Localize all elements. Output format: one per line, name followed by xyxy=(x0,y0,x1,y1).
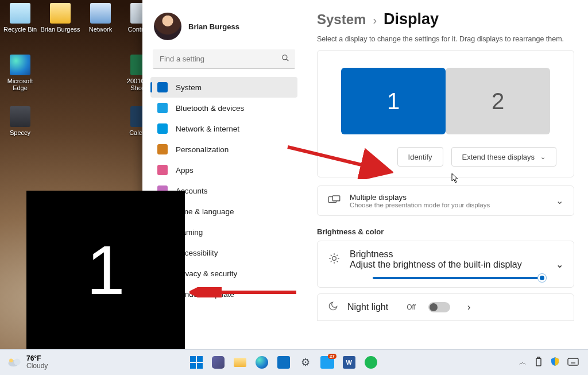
sidebar-item-label: Personalization xyxy=(176,145,229,154)
personalization-icon xyxy=(157,144,168,154)
svg-line-12 xyxy=(337,255,338,256)
tray-security-icon[interactable] xyxy=(551,357,559,368)
profile-name: Brian Burgess xyxy=(188,22,239,31)
desktop-icon-label: Brian Burgess xyxy=(40,26,80,33)
sidebar-item-label: Network & internet xyxy=(176,125,239,133)
bin-icon xyxy=(10,3,30,24)
svg-line-1 xyxy=(287,59,289,61)
taskbar-people-icon[interactable]: 27 xyxy=(319,354,336,371)
desktop-icon-label: Speccy xyxy=(0,129,40,136)
apps-icon xyxy=(157,165,168,175)
desktop-icon-bin[interactable]: Recycle Bin xyxy=(0,3,40,33)
brightness-icon xyxy=(328,253,341,266)
taskbar: 76°F Cloudy ⚙ 27 W ︿ xyxy=(0,349,588,375)
display-subtitle: Select a display to change the settings … xyxy=(317,35,574,43)
taskbar-word-icon[interactable]: W xyxy=(341,354,358,371)
multiple-displays-icon xyxy=(328,195,341,207)
profile-block[interactable]: Brian Burgess xyxy=(150,8,297,49)
taskbar-settings-icon[interactable]: ⚙ xyxy=(297,354,314,371)
monitor-1[interactable]: 1 xyxy=(341,68,446,134)
night-light-card[interactable]: Night light Off › xyxy=(317,293,574,321)
desktop-icon-edge[interactable]: Microsoft Edge xyxy=(0,55,40,91)
search-row xyxy=(153,49,295,69)
sidebar-item-label: System xyxy=(176,83,202,92)
sidebar-item-personalization[interactable]: Personalization xyxy=(150,139,297,160)
chevron-down-icon: ⌄ xyxy=(556,195,563,206)
taskbar-center: ⚙ 27 W xyxy=(48,354,519,371)
svg-rect-19 xyxy=(537,357,540,358)
spec-icon xyxy=(10,106,30,127)
brightness-title: Brightness xyxy=(350,249,547,260)
sidebar-item-bluetooth[interactable]: Bluetooth & devices xyxy=(150,98,297,118)
desktop-icon-net[interactable]: Network xyxy=(80,3,121,33)
desktop-icon-folder[interactable]: Brian Burgess xyxy=(40,3,80,33)
monitors-row: 1 2 xyxy=(318,51,574,147)
people-badge: 27 xyxy=(328,354,336,359)
svg-rect-20 xyxy=(568,358,578,365)
network-icon xyxy=(157,123,168,134)
weather-condition: Cloudy xyxy=(26,362,48,370)
desktop-icon-label: Microsoft Edge xyxy=(0,78,40,91)
brightness-slider-thumb[interactable] xyxy=(538,274,546,282)
breadcrumb-display: Display xyxy=(384,10,439,28)
breadcrumb-system[interactable]: System xyxy=(317,11,366,28)
chevron-down-icon: ⌄ xyxy=(540,153,546,161)
extend-displays-button[interactable]: Extend these displays ⌄ xyxy=(451,147,556,167)
tray-battery-icon[interactable] xyxy=(535,357,543,369)
brightness-slider[interactable] xyxy=(373,277,547,279)
search-input[interactable] xyxy=(153,49,295,69)
breadcrumb: System › Display xyxy=(317,10,574,28)
desktop-icon-spec[interactable]: Speccy xyxy=(0,106,40,136)
monitor-2[interactable]: 2 xyxy=(446,68,550,134)
weather-icon xyxy=(7,356,22,369)
annotation-arrow xyxy=(285,144,393,179)
tray-keyboard-icon[interactable] xyxy=(567,358,579,368)
annotation-arrow xyxy=(189,287,299,297)
svg-point-16 xyxy=(14,359,20,365)
brightness-card[interactable]: Brightness Adjust the brightness of the … xyxy=(317,241,574,288)
identify-overlay: 1 xyxy=(26,191,185,349)
chevron-right-icon: › xyxy=(373,14,377,27)
start-button[interactable] xyxy=(188,354,205,371)
svg-point-4 xyxy=(332,257,336,261)
extend-displays-label: Extend these displays xyxy=(462,153,535,161)
sidebar-item-label: Bluetooth & devices xyxy=(176,104,244,113)
sidebar-item-system[interactable]: System xyxy=(150,77,297,98)
svg-line-9 xyxy=(331,255,331,256)
svg-rect-3 xyxy=(332,195,339,200)
edge-icon xyxy=(10,55,30,75)
sidebar-item-apps[interactable]: Apps xyxy=(150,160,297,180)
identify-number: 1 xyxy=(87,230,125,310)
multiple-displays-card[interactable]: Multiple displays Choose the presentatio… xyxy=(317,185,574,216)
tray-chevron-up-icon[interactable]: ︿ xyxy=(519,357,527,368)
taskbar-spotify-icon[interactable] xyxy=(362,354,380,371)
svg-point-0 xyxy=(283,55,287,60)
folder-icon xyxy=(50,3,71,24)
desktop-icon-label: Recycle Bin xyxy=(0,26,40,33)
bluetooth-icon xyxy=(157,103,168,113)
taskbar-chat-icon[interactable] xyxy=(210,354,227,371)
night-light-toggle[interactable] xyxy=(428,302,450,312)
night-light-icon xyxy=(328,301,338,314)
net-icon xyxy=(90,3,111,24)
taskbar-explorer-icon[interactable] xyxy=(231,354,249,371)
taskbar-edge-icon[interactable] xyxy=(253,354,270,371)
sidebar-item-network[interactable]: Network & internet xyxy=(150,118,297,139)
cursor-icon xyxy=(451,173,460,185)
sidebar-item-label: Privacy & security xyxy=(176,269,237,278)
desktop-icon-label: Network xyxy=(80,26,121,33)
taskbar-store-icon[interactable] xyxy=(275,354,292,371)
taskbar-weather[interactable]: 76°F Cloudy xyxy=(0,355,48,370)
multiple-displays-title: Multiple displays xyxy=(350,193,490,202)
night-light-title: Night light xyxy=(347,302,388,312)
chevron-right-icon: › xyxy=(467,302,470,312)
taskbar-tray: ︿ xyxy=(519,357,588,369)
search-icon xyxy=(281,54,289,64)
identify-button[interactable]: Identify xyxy=(397,147,443,167)
svg-rect-18 xyxy=(536,358,541,366)
brightness-desc: Adjust the brightness of the built-in di… xyxy=(350,260,547,270)
night-light-state: Off xyxy=(407,303,416,311)
brightness-color-heading: Brightness & color xyxy=(317,227,574,236)
svg-line-10 xyxy=(337,261,338,262)
svg-line-11 xyxy=(331,261,331,262)
